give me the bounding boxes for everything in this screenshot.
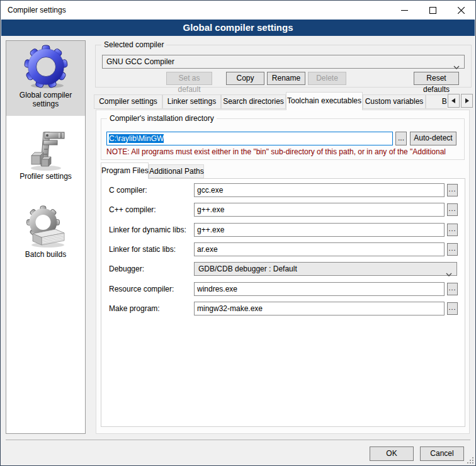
maximize-icon (429, 7, 436, 14)
minimize-icon (401, 7, 408, 14)
window-title: Compiler settings (8, 6, 66, 14)
set-as-default-button[interactable]: Set as default (166, 72, 212, 85)
resize-grip[interactable] (467, 457, 473, 463)
c-compiler-label: C compiler: (109, 186, 147, 195)
minimize-button[interactable] (390, 1, 419, 20)
sidebar-item-label: Global compiler settings (15, 91, 77, 108)
sidebar-item-batch-builds[interactable]: Batch builds (6, 202, 85, 275)
debugger-select[interactable]: GDB/CDB debugger : Default (194, 262, 457, 276)
copy-button[interactable]: Copy (226, 72, 264, 85)
cpp-compiler-browse-button[interactable]: ... (447, 203, 458, 216)
rename-button[interactable]: Rename (267, 72, 305, 85)
auto-detect-button[interactable]: Auto-detect (410, 132, 456, 145)
gear-blue-icon (23, 44, 69, 89)
linker-dynamic-browse-button[interactable]: ... (447, 224, 458, 236)
c-compiler-input[interactable] (194, 183, 445, 197)
linker-static-browse-button[interactable]: ... (447, 243, 458, 256)
install-dir-selected-text: C:\raylib\MinGW (109, 134, 164, 143)
footer-divider (6, 440, 470, 440)
caliper-icon (24, 127, 68, 171)
installation-directory-group: Compiler's installation directory C:\ray… (101, 118, 465, 160)
c-compiler-browse-button[interactable]: ... (447, 184, 458, 196)
gear-stack-icon (24, 205, 68, 249)
settings-tab-strip: Compiler settings Linker settings Search… (94, 92, 447, 110)
page-title: Global compiler settings (1, 20, 475, 36)
linker-static-input[interactable] (194, 242, 445, 256)
chevron-down-icon (446, 268, 452, 280)
tab-scroll-right-button[interactable] (461, 94, 473, 108)
sidebar-item-profiler-settings[interactable]: Profiler settings (6, 123, 85, 196)
sidebar-item-label: Batch builds (15, 250, 77, 259)
make-program-input[interactable] (194, 302, 445, 315)
tab-linker-settings[interactable]: Linker settings (162, 94, 221, 109)
cancel-button[interactable]: Cancel (420, 446, 464, 461)
tab-build-options[interactable]: Build options (426, 94, 447, 109)
linker-dynamic-label: Linker for dynamic libs: (109, 225, 186, 234)
ok-button[interactable]: OK (370, 446, 414, 461)
maximize-button[interactable] (419, 1, 447, 20)
compiler-select[interactable]: GNU GCC Compiler (102, 55, 465, 69)
resource-compiler-input[interactable] (194, 282, 445, 296)
make-program-label: Make program: (109, 304, 160, 313)
program-files-page: C compiler: ... C++ compiler: ... Linker… (101, 178, 465, 427)
installation-directory-group-label: Compiler's installation directory (107, 114, 217, 123)
debugger-label: Debugger: (109, 264, 144, 273)
selected-compiler-group-label: Selected compiler (101, 40, 166, 49)
make-program-browse-button[interactable]: ... (447, 302, 458, 315)
arrow-right-icon (465, 98, 469, 103)
install-dir-input[interactable]: C:\raylib\MinGW (106, 132, 393, 145)
toolchain-executables-page: Compiler's installation directory C:\ray… (96, 110, 470, 434)
linker-dynamic-input[interactable] (194, 223, 445, 237)
install-dir-browse-button[interactable]: ... (395, 132, 407, 145)
compiler-settings-dialog: Compiler settings Global compiler settin… (0, 0, 476, 466)
resource-compiler-browse-button[interactable]: ... (447, 283, 458, 295)
tab-custom-variables[interactable]: Custom variables (363, 94, 426, 109)
compiler-select-value: GNU GCC Compiler (106, 57, 174, 66)
tab-program-files[interactable]: Program Files (101, 162, 149, 179)
tab-toolchain-executables[interactable]: Toolchain executables (286, 92, 363, 110)
arrow-left-icon (451, 98, 456, 103)
tab-additional-paths[interactable]: Additional Paths (149, 164, 204, 178)
tab-compiler-settings[interactable]: Compiler settings (94, 94, 162, 109)
cpp-compiler-label: C++ compiler: (109, 205, 156, 214)
debugger-select-value: GDB/CDB debugger : Default (198, 264, 297, 273)
sidebar-item-global-compiler-settings[interactable]: Global compiler settings (6, 41, 85, 116)
title-bar[interactable]: Compiler settings (1, 1, 475, 20)
cpp-compiler-input[interactable] (194, 203, 445, 217)
close-button[interactable] (447, 1, 475, 20)
chevron-down-icon (453, 60, 460, 73)
bin-subdirectory-note: NOTE: All programs must exist either in … (106, 147, 463, 156)
selected-compiler-group: Selected compiler GNU GCC Compiler Set a… (95, 45, 472, 88)
resource-compiler-label: Resource compiler: (109, 285, 174, 293)
settings-category-list: Global compiler settings (6, 40, 86, 434)
reset-defaults-button[interactable]: Reset defaults (414, 72, 459, 85)
tab-scroll-left-button[interactable] (448, 94, 460, 108)
sidebar-item-label: Profiler settings (15, 172, 77, 181)
close-icon (458, 7, 465, 14)
linker-static-label: Linker for static libs: (109, 245, 176, 254)
delete-button[interactable]: Delete (308, 72, 346, 85)
tab-search-directories[interactable]: Search directories (221, 94, 286, 109)
